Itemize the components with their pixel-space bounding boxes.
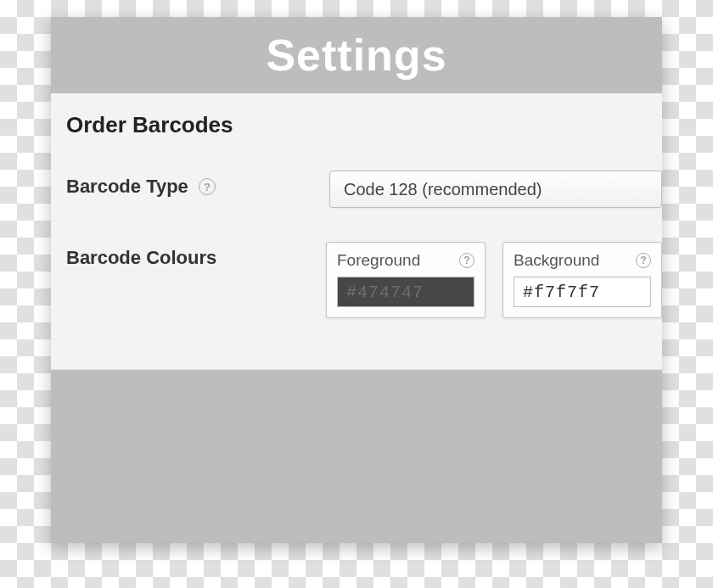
barcode-type-label-cell: Barcode Type ?: [66, 171, 329, 198]
barcode-type-control: Code 128 (recommended): [329, 171, 662, 208]
barcode-colours-label: Barcode Colours: [66, 247, 216, 269]
barcode-colours-label-cell: Barcode Colours: [66, 242, 326, 269]
background-color-input[interactable]: #f7f7f7: [514, 277, 651, 307]
foreground-color-box: Foreground ? #474747: [326, 242, 486, 318]
barcode-type-selected: Code 128 (recommended): [344, 180, 542, 199]
settings-window: Settings Order Barcodes Barcode Type ? C…: [51, 17, 662, 543]
foreground-label: Foreground: [337, 251, 420, 270]
barcode-type-label: Barcode Type: [66, 176, 188, 198]
background-color-box: Background ? #f7f7f7: [502, 242, 662, 318]
help-icon[interactable]: ?: [459, 253, 474, 268]
foreground-header: Foreground ?: [337, 251, 474, 270]
titlebar: Settings: [51, 17, 662, 93]
foreground-color-input[interactable]: #474747: [337, 277, 474, 307]
page-title: Settings: [266, 31, 446, 80]
background-color-value: #f7f7f7: [523, 283, 600, 302]
background-header: Background ?: [514, 251, 651, 270]
background-label: Background: [514, 251, 599, 270]
barcode-type-row: Barcode Type ? Code 128 (recommended): [51, 154, 662, 225]
barcode-colours-control: Foreground ? #474747 Background ? #f7f7f…: [326, 242, 662, 318]
help-icon[interactable]: ?: [636, 253, 651, 268]
settings-panel: Order Barcodes Barcode Type ? Code 128 (…: [51, 93, 662, 370]
barcode-colours-row: Barcode Colours Foreground ? #474747 Bac…: [51, 225, 662, 335]
help-icon[interactable]: ?: [199, 178, 216, 195]
barcode-type-select[interactable]: Code 128 (recommended): [329, 171, 662, 208]
foreground-color-value: #474747: [346, 283, 424, 302]
section-title: Order Barcodes: [51, 109, 662, 154]
